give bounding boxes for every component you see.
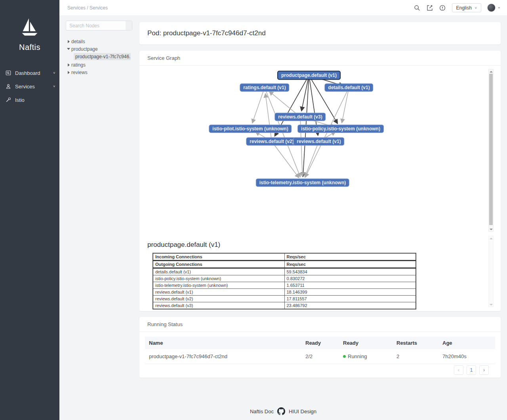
chevron-down-icon: ∨ [475, 6, 477, 10]
graph-edge [266, 91, 300, 177]
caret-right-icon[interactable] [66, 63, 71, 67]
tree-item-reviews[interactable]: reviews [66, 69, 132, 76]
pod-card: Pod: productpage-v1-7fc7c946d7-ct2nd [139, 22, 501, 44]
footer-doc-link[interactable]: Naftis Doc [250, 409, 274, 414]
tree-item-ratings[interactable]: ratings [66, 61, 132, 69]
scroll-up-icon[interactable] [489, 236, 493, 241]
column-header: Reqs/sec [284, 253, 416, 261]
service-tree: detailsproductpageproductpage-v1-7fc7c94… [66, 38, 132, 76]
graph-node-reviews_v1[interactable]: reviews.default (v1) [293, 137, 344, 146]
topbar-actions: English ∨ ▾ [414, 3, 500, 12]
sidebar-item-label: Dashboard [15, 70, 53, 76]
scroll-down-icon[interactable] [489, 302, 493, 307]
graph-edge [252, 91, 263, 122]
github-icon[interactable] [277, 407, 285, 415]
search-icon[interactable] [414, 4, 421, 11]
graph-node-reviews_v2[interactable]: reviews.default (v2) [246, 137, 297, 146]
tree-item-label: details [71, 39, 85, 44]
graph-edges [139, 66, 488, 234]
tree-child-item[interactable]: productpage-v1-7fc7c946... [74, 53, 131, 60]
edit-icon[interactable] [427, 4, 433, 11]
graph-edge [305, 145, 317, 177]
tree-item-label: ratings [71, 62, 86, 68]
connection-row: reviews.default (v1)18.146399 [153, 289, 416, 296]
connection-row: istio-policy.istio-system (unknown)0.830… [153, 275, 416, 282]
graph-node-details[interactable]: details.default (v1) [324, 84, 373, 92]
connections-table-header-row: Outgoing ConnectionsReqs/sec [153, 261, 416, 268]
sidebar-nav: Dashboard∨Services∨Istio [0, 66, 59, 107]
graph-node-istio_telemetry[interactable]: istio-telemetry.istio-system (unknown) [256, 179, 349, 187]
node-tree-panel: detailsproductpageproductpage-v1-7fc7c94… [66, 21, 132, 76]
tree-item-label: reviews [71, 70, 88, 75]
caret-down-icon[interactable] [66, 48, 71, 50]
sidebar-item-dashboard[interactable]: Dashboard∨ [0, 66, 59, 80]
search-nodes-box [66, 21, 132, 31]
connection-name: reviews.default (v2) [153, 296, 284, 302]
tree-item-label: productpage [71, 46, 98, 52]
detail-scrollbar[interactable] [488, 236, 494, 307]
tree-item-details[interactable]: details [66, 38, 132, 45]
search-nodes-input[interactable] [66, 21, 132, 31]
graph-node-reviews_v3[interactable]: reviews.default (v3) [274, 113, 326, 121]
current-page-button[interactable]: 1 [467, 365, 476, 375]
connection-reqs: 18.146399 [284, 289, 416, 296]
chevron-down-icon: ▾ [498, 6, 500, 10]
cell-4: 7h20m40s [442, 353, 495, 359]
caret-right-icon[interactable] [66, 71, 71, 74]
connections-table: Incoming ConnectionsReqs/secOutgoing Con… [152, 253, 416, 309]
connection-reqs: 0.830272 [284, 275, 416, 282]
table-body: productpage-v1-7fc7c946d7-ct2nd2/2Runnin… [145, 349, 495, 364]
tree-item-productpage[interactable]: productpage [66, 45, 132, 53]
connection-row: details.default (v1)59.543834 [153, 268, 416, 275]
graph-edge [274, 145, 299, 178]
connection-row: istio-telemetry.istio-system (unknown)1.… [153, 282, 416, 289]
table-row: productpage-v1-7fc7c946d7-ct2nd2/2Runnin… [145, 349, 495, 364]
column-header: Outgoing Connections [153, 261, 284, 268]
service-graph-card: Service Graph productpage.default (v1)ra… [139, 51, 501, 311]
graph-node-ratings[interactable]: ratings.default (v1) [240, 84, 289, 92]
prev-page-button[interactable]: ‹ [454, 365, 463, 375]
sidebar-item-services[interactable]: Services∨ [0, 80, 59, 93]
footer-design-link[interactable]: HIUI Design [289, 409, 316, 414]
sidebar: Naftis Dashboard∨Services∨Istio [0, 0, 59, 420]
connection-name: details.default (v1) [153, 268, 284, 275]
connection-name: istio-telemetry.istio-system (unknown) [153, 282, 284, 289]
user-menu[interactable]: ▾ [487, 4, 500, 12]
graph-scrollbar[interactable] [488, 69, 494, 232]
pagination: ‹ 1 › [454, 365, 489, 375]
graph-node-productpage[interactable]: productpage.default (v1) [277, 71, 341, 80]
status-badge: Running [343, 353, 396, 359]
graph-node-istio_policy[interactable]: istio-policy.istio-system (unknown) [297, 125, 384, 133]
sidebar-item-label: Services [15, 84, 53, 90]
column-header: Reqs/sec [284, 261, 416, 268]
cell-1: 2/2 [305, 353, 343, 359]
scrollbar-thumb[interactable] [489, 74, 493, 225]
cell-0: productpage-v1-7fc7c946d7-ct2nd [145, 353, 305, 359]
caret-right-icon[interactable] [66, 40, 71, 43]
column-header-restarts-3: Restarts [396, 340, 442, 346]
page-footer: Naftis Doc HIUI Design [59, 407, 507, 415]
sailboat-icon [19, 16, 40, 38]
sidebar-item-label: Istio [15, 97, 55, 103]
scroll-up-icon[interactable] [489, 69, 493, 74]
running-status-card: Running Status NameReadyReadyRestartsAge… [139, 317, 501, 378]
graph-node-istio_pilot[interactable]: istio-pilot.istio-system (unknown) [209, 125, 292, 133]
table-header-row: NameReadyReadyRestartsAge [145, 337, 495, 349]
scroll-down-icon[interactable] [489, 227, 493, 231]
running-status-table: NameReadyReadyRestartsAge productpage-v1… [145, 337, 495, 364]
connection-name: reviews.default (v1) [153, 289, 284, 296]
chevron-down-icon: ∨ [53, 71, 55, 74]
language-select[interactable]: English ∨ [452, 3, 482, 12]
running-status-header: Running Status [139, 317, 501, 332]
connection-name: istio-policy.istio-system (unknown) [153, 275, 284, 282]
sidebar-item-istio[interactable]: Istio [0, 93, 59, 107]
avatar[interactable] [487, 4, 496, 12]
connection-reqs: 17.811557 [284, 296, 416, 302]
wrench-icon [6, 97, 11, 103]
status-dot [343, 355, 346, 358]
connections-table-header-row: Incoming ConnectionsReqs/sec [153, 253, 416, 261]
info-icon[interactable] [439, 4, 446, 11]
next-page-button[interactable]: › [479, 365, 489, 375]
naftis-logo [0, 0, 59, 40]
topbar: Services / Services English ∨ ▾ [59, 0, 507, 16]
